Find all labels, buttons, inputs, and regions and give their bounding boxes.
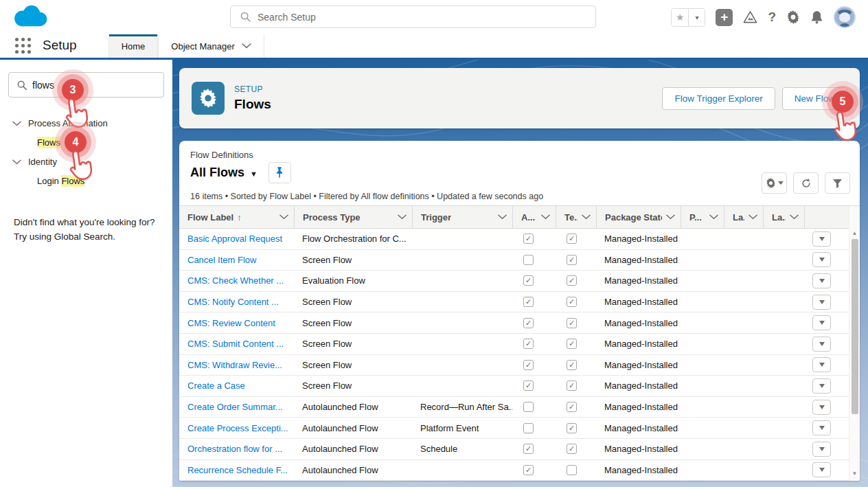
template-checkbox[interactable]: ✓ (567, 255, 577, 265)
tree-item-flows[interactable]: Flows (8, 133, 164, 152)
flow-trigger-explorer-button[interactable]: Flow Trigger Explorer (662, 87, 775, 110)
tree-group-identity[interactable]: Identity (8, 152, 164, 171)
global-search-input[interactable] (258, 12, 595, 23)
active-checkbox[interactable]: ✓ (523, 339, 534, 349)
scrollbar-thumb[interactable] (852, 239, 858, 414)
template-checkbox[interactable]: ✓ (567, 423, 577, 433)
row-actions-button[interactable] (812, 315, 831, 330)
active-checkbox[interactable]: ✓ (523, 380, 534, 391)
column-header-process-type[interactable]: Process Type (294, 206, 412, 228)
active-checkbox[interactable]: ✓ (523, 318, 534, 328)
row-actions-button[interactable] (812, 231, 831, 247)
column-menu-chevron-icon[interactable] (275, 214, 288, 220)
flow-link[interactable]: CMS: Review Content (187, 318, 275, 328)
pin-list-view-button[interactable] (269, 162, 291, 183)
quick-find-input[interactable] (32, 80, 163, 91)
row-actions-button[interactable] (812, 420, 831, 435)
quick-create-plus-icon[interactable]: + (716, 9, 733, 26)
active-checkbox[interactable] (523, 402, 534, 412)
scroll-up-arrow-icon[interactable]: ▲ (852, 231, 858, 236)
template-checkbox[interactable]: ✓ (567, 380, 577, 391)
template-checkbox[interactable]: ✓ (567, 402, 577, 412)
column-menu-chevron-icon[interactable] (494, 214, 507, 220)
column-header-trigger[interactable]: Trigger (412, 206, 512, 228)
row-actions-button[interactable] (812, 337, 831, 352)
row-actions-button[interactable] (812, 442, 831, 457)
column-header-a-[interactable]: A... (512, 206, 556, 228)
favorites-star-icon[interactable]: ★ (672, 9, 688, 26)
flow-link[interactable]: CMS: Withdraw Revie... (187, 360, 282, 370)
template-checkbox[interactable]: ✓ (567, 444, 577, 454)
flow-link[interactable]: Create Process Excepti... (187, 423, 288, 433)
refresh-button[interactable] (793, 172, 819, 194)
help-icon[interactable]: ? (768, 10, 776, 25)
favorites-caret-icon[interactable]: ▾ (688, 9, 705, 26)
active-checkbox[interactable]: ✓ (523, 275, 534, 286)
package-state-cell: Managed-Installed (596, 423, 681, 433)
active-checkbox[interactable]: ✓ (523, 444, 534, 454)
flow-link[interactable]: CMS: Check Whether ... (187, 275, 284, 286)
user-avatar[interactable] (834, 6, 856, 28)
template-checkbox[interactable]: ✓ (567, 234, 577, 244)
global-search[interactable] (230, 5, 596, 28)
column-header-te-[interactable]: Te... (556, 206, 596, 228)
tab-object-manager[interactable]: Object Manager (158, 34, 264, 58)
active-checkbox[interactable] (523, 423, 534, 433)
tree-group-process-automation[interactable]: Process Automation (8, 114, 164, 133)
column-header-p-[interactable]: P... (681, 206, 724, 228)
main-content-area: SETUP Flows Flow Trigger Explorer New Fl… (172, 60, 868, 487)
filter-button[interactable] (825, 172, 850, 194)
quick-find-box[interactable] (8, 72, 164, 98)
column-header-flow-label[interactable]: Flow Label↑ (179, 206, 294, 228)
setup-gear-icon[interactable] (786, 10, 800, 24)
refresh-icon (801, 178, 812, 189)
template-checkbox[interactable] (567, 465, 577, 475)
flow-link[interactable]: Recurrence Schedule F... (187, 465, 288, 475)
column-menu-chevron-icon[interactable] (393, 214, 407, 220)
column-menu-chevron-icon[interactable] (578, 214, 591, 220)
template-checkbox[interactable]: ✓ (567, 318, 577, 328)
active-checkbox[interactable] (523, 255, 534, 265)
column-menu-chevron-icon[interactable] (705, 214, 718, 220)
scroll-down-arrow-icon[interactable]: ▼ (852, 471, 858, 477)
flow-link[interactable]: Basic Approval Request (187, 234, 282, 244)
column-header-la-[interactable]: La... (724, 206, 763, 228)
row-actions-button[interactable] (812, 252, 831, 267)
row-actions-button[interactable] (812, 378, 831, 394)
active-checkbox[interactable]: ✓ (523, 297, 534, 307)
template-checkbox[interactable]: ✓ (567, 297, 577, 307)
column-menu-chevron-icon[interactable] (662, 214, 675, 220)
column-menu-chevron-icon[interactable] (744, 214, 757, 220)
template-checkbox[interactable]: ✓ (567, 339, 577, 349)
row-actions-button[interactable] (812, 400, 831, 415)
row-actions-button[interactable] (812, 462, 831, 477)
view-name-label: All Flows (190, 166, 244, 179)
active-checkbox[interactable]: ✓ (523, 360, 534, 370)
row-actions-button[interactable] (812, 357, 831, 372)
flow-link[interactable]: Cancel Item Flow (187, 255, 256, 265)
tab-home[interactable]: Home (108, 34, 159, 58)
new-flow-button[interactable]: New Flow (782, 87, 847, 110)
notifications-bell-icon[interactable] (810, 10, 823, 24)
row-actions-button[interactable] (812, 273, 831, 288)
flow-link[interactable]: Create a Case (187, 380, 245, 391)
flow-link[interactable]: CMS: Notify Content ... (187, 297, 279, 307)
flow-link[interactable]: Create Order Summar... (187, 402, 283, 412)
guidance-center-icon[interactable] (743, 10, 757, 24)
app-launcher-waffle-icon[interactable] (15, 38, 32, 54)
list-view-selector[interactable]: All Flows▼ (190, 166, 258, 180)
template-checkbox[interactable]: ✓ (567, 275, 577, 286)
vertical-scrollbar[interactable]: ▲ ▼ (849, 206, 860, 481)
row-actions-button[interactable] (812, 295, 831, 310)
flow-link[interactable]: CMS: Submit Content ... (187, 339, 284, 349)
column-header-package-state[interactable]: Package State (596, 206, 681, 228)
list-settings-button[interactable] (762, 172, 787, 194)
template-checkbox[interactable]: ✓ (567, 360, 577, 370)
active-checkbox[interactable]: ✓ (523, 234, 534, 244)
column-menu-chevron-icon[interactable] (786, 214, 799, 220)
column-header-la-[interactable]: La... (763, 206, 804, 228)
column-menu-chevron-icon[interactable] (537, 214, 550, 220)
active-checkbox[interactable]: ✓ (523, 465, 534, 475)
flow-link[interactable]: Orchestration flow for ... (187, 444, 282, 454)
tree-item-login-flows[interactable]: Login Flows (8, 171, 164, 191)
